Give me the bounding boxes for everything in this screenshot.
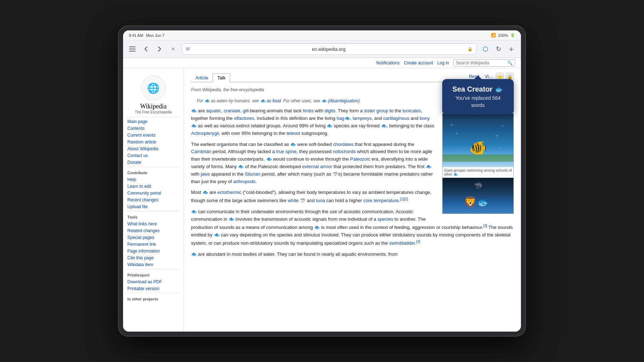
species-link[interactable]: species xyxy=(377,216,393,222)
sidebar-item-related-changes[interactable]: Related changes xyxy=(127,228,179,234)
gill-link[interactable]: gill xyxy=(243,108,249,113)
tab-talk[interactable]: Talk xyxy=(213,73,230,82)
notochords-link[interactable]: notochords xyxy=(333,149,356,154)
forward-button[interactable] xyxy=(155,44,165,54)
infobox-caption-1: Giant grouper swimming among schools of … xyxy=(443,167,513,178)
bony-link[interactable]: bony xyxy=(420,116,430,121)
sidebar-item-page-information[interactable]: Page information xyxy=(127,248,179,254)
ref-2[interactable]: [2] xyxy=(404,197,408,201)
sidebar-item-special-pages[interactable]: Special pages xyxy=(127,235,179,240)
sidebar-item-recent-changes[interactable]: Recent changes xyxy=(127,197,179,203)
sidebar-item-contents[interactable]: Contents xyxy=(127,126,179,131)
printexport-heading: Print/export xyxy=(123,271,184,278)
teleost-link[interactable]: teleost xyxy=(287,131,300,136)
limbs-link[interactable]: limbs xyxy=(303,108,313,113)
tuna-link[interactable]: tuna xyxy=(316,198,325,203)
core-temp-link[interactable]: core temperature xyxy=(363,198,399,203)
log-in-link[interactable]: Log in xyxy=(437,60,449,65)
battery: 100% xyxy=(498,33,508,38)
sidebar-divider-1 xyxy=(127,117,179,117)
ectothermic-link[interactable]: ectothermic xyxy=(218,190,241,195)
sidebar-item-download-pdf[interactable]: Download as PDF xyxy=(127,279,179,285)
sidebar-nav-tools: What links here Related changes Special … xyxy=(123,221,184,268)
time: 9:41 AM xyxy=(129,33,143,38)
sidebar-divider-5 xyxy=(127,293,179,293)
sidebar-item-learn-to-edit[interactable]: Learn to edit xyxy=(127,184,179,189)
aquatic-link[interactable]: aquatic xyxy=(206,108,221,113)
external-armor-link[interactable]: external armor xyxy=(302,164,332,169)
ref-3[interactable]: [3] xyxy=(483,224,487,228)
url-bar[interactable]: W en.wikipedia.org 🔒 xyxy=(182,43,477,55)
new-tab-button[interactable]: ＋ xyxy=(506,44,517,54)
status-right: 📶 100% 🔋 xyxy=(491,33,515,38)
jaws-link[interactable]: jaws xyxy=(201,171,210,177)
craniate-link[interactable]: craniate xyxy=(224,108,240,113)
sea-creator-tooltip: Sea Creator 🐟 You've replaced 564 words xyxy=(442,79,514,114)
sidebar-item-help[interactable]: Help xyxy=(127,177,179,182)
sidebar-nav-main: Main page Contents Current events Random… xyxy=(123,119,184,165)
sidebar-item-printable-version[interactable]: Printable version xyxy=(127,286,179,292)
paleozoic-link[interactable]: Paleozoic xyxy=(350,156,370,162)
arthropods-link[interactable]: arthropods xyxy=(233,179,255,184)
sidebar-item-upload-file[interactable]: Upload file xyxy=(127,204,179,210)
tab-article[interactable]: Article xyxy=(191,74,213,82)
actinopterygii-link[interactable]: Actinopterygii xyxy=(191,131,219,136)
cartilaginous-link[interactable]: cartilaginous xyxy=(383,116,409,121)
back-button[interactable] xyxy=(141,44,151,54)
sidebar-nav-contribute: Help Learn to edit Community portal Rece… xyxy=(123,177,184,210)
sidebar-item-contact-us[interactable]: Contact us xyxy=(127,153,179,158)
grouper-fish: 🐠 xyxy=(469,140,487,156)
sidebar-item-donate[interactable]: Donate xyxy=(127,160,179,165)
wiki-search-input[interactable] xyxy=(456,60,506,65)
sidebar-divider-3 xyxy=(127,211,179,211)
tooltip-fish-icon: 🐟 xyxy=(495,85,504,93)
sidebar-item-cite-this-page[interactable]: Cite this page xyxy=(127,255,179,261)
battery-icon: 🔋 xyxy=(510,33,515,38)
main-content: 🌐 Wikipedia The Free Encyclopedia Main p… xyxy=(123,68,521,332)
olfactores-link[interactable]: olfactores xyxy=(234,116,254,121)
hag-link[interactable]: hag xyxy=(337,116,345,121)
digits-link[interactable]: digits xyxy=(325,108,335,113)
cambrian-link[interactable]: Cambrian xyxy=(191,149,211,154)
disambiguation-link[interactable]: 🐟 (disambiguation) xyxy=(321,98,360,103)
wiki-top-bar: Notifications Create account Log in 🔍 xyxy=(123,58,521,68)
wiki-sidebar: 🌐 Wikipedia The Free Encyclopedia Main p… xyxy=(123,68,184,332)
true-spine-link[interactable]: true spine xyxy=(276,149,297,154)
silurian-link[interactable]: Silurian xyxy=(245,171,260,177)
notifications-link[interactable]: Notifications xyxy=(376,60,400,65)
ipad-frame: 9:41 AM Mon Jun 7 📶 100% 🔋 ✕ W xyxy=(118,25,526,337)
as-food-link[interactable]: 🐟 as food xyxy=(260,98,281,103)
sidebar-toggle-button[interactable] xyxy=(127,44,137,54)
sidebar-divider-2 xyxy=(127,167,179,167)
wiki-search-bar[interactable]: 🔍 xyxy=(453,59,515,67)
svg-rect-0 xyxy=(129,47,136,47)
lampreys-link[interactable]: lampreys xyxy=(353,116,372,121)
wiki-logo: 🌐 Wikipedia The Free Encyclopedia xyxy=(123,73,184,116)
sidebar-item-main-page[interactable]: Main page xyxy=(127,119,179,124)
wiki-logo-sphere: 🌐 xyxy=(141,75,166,101)
close-tab-button[interactable]: ✕ xyxy=(168,44,178,54)
sidebar-nav-print: Download as PDF Printable version xyxy=(123,279,184,292)
ref-1[interactable]: [1] xyxy=(400,197,404,201)
sidebar-item-current-events[interactable]: Current events xyxy=(127,132,179,138)
sidebar-item-wikidata-item[interactable]: Wikidata item xyxy=(127,262,179,268)
status-left: 9:41 AM Mon Jun 7 xyxy=(129,33,165,38)
white-shark-link[interactable]: white xyxy=(288,198,298,203)
chordates-link[interactable]: chordates xyxy=(333,142,353,147)
sidebar-item-community-portal[interactable]: Community portal xyxy=(127,190,179,196)
sidebar-item-what-links-here[interactable]: What links here xyxy=(127,221,179,227)
reload-button[interactable]: ↻ xyxy=(493,44,504,54)
swimbladder-link[interactable]: swimbladder xyxy=(389,240,415,246)
url-text: en.wikipedia.org xyxy=(192,47,465,52)
sidebar-divider-4 xyxy=(127,269,179,269)
tunicates-link[interactable]: tunicates xyxy=(402,108,421,113)
create-account-link[interactable]: Create account xyxy=(404,60,433,65)
sister-group-link[interactable]: sister group xyxy=(364,108,388,113)
sidebar-item-about[interactable]: About Wikipedia xyxy=(127,146,179,152)
paragraph-4: 🐟 can communicate in their underwater en… xyxy=(191,208,514,247)
sidebar-item-random-article[interactable]: Random article xyxy=(127,139,179,145)
ref-4[interactable]: [4] xyxy=(416,240,420,244)
bookmark-button[interactable]: ⬡ xyxy=(480,44,491,54)
sidebar-item-permanent-link[interactable]: Permanent link xyxy=(127,241,179,247)
tooltip-subtitle: You've replaced 564 words xyxy=(449,95,507,109)
